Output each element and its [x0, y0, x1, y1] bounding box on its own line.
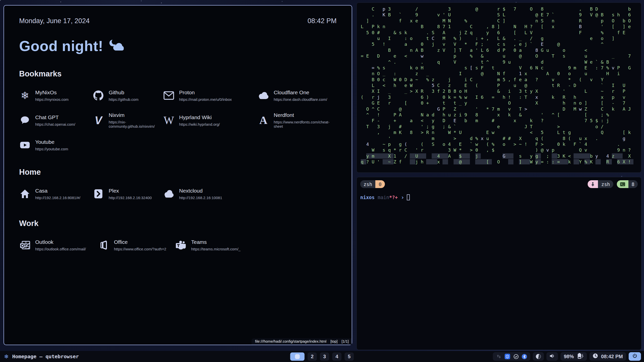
terminal-icon: >_ [617, 180, 628, 188]
waybar-right-modules: 98% 08:42 PM [493, 352, 644, 361]
bookmark-url: http://192.168.2.16:10081 [179, 196, 222, 200]
battery-module[interactable]: 98% [560, 352, 587, 361]
bookmark-teams[interactable]: Teams https://teams.microsoft.com/_ [175, 239, 337, 251]
bookmark-cloudflare-one[interactable]: Cloudflare One https://one.dash.cloudfla… [258, 89, 337, 102]
prompt-git-branch: main [378, 195, 389, 200]
moon-cloud-icon [108, 39, 124, 53]
workspace-button-3[interactable]: 3 [320, 352, 329, 361]
bookmark-name: Youtube [35, 139, 68, 145]
bookmark-name: Outlook [35, 239, 86, 245]
chat-bubble-icon [19, 115, 31, 126]
tmux-pane-count-pill: >_ 8 [617, 180, 638, 188]
power-icon [632, 353, 637, 360]
workspace-button-1[interactable] [290, 352, 305, 361]
bookmark-office[interactable]: Office https://www.office.com/?auth=2 [98, 239, 175, 251]
letter-v-icon: V [93, 115, 104, 126]
user-icon [588, 180, 598, 188]
waybar-window-title-module: ❄ Homepage — qutebrowser [0, 353, 79, 360]
sync-arrows-icon[interactable] [496, 354, 502, 359]
greeting-title: Good night! [19, 37, 103, 54]
bookmark-url: http://192.168.2.16:8081/#/ [35, 196, 80, 200]
workspace-button-5[interactable]: 5 [345, 352, 354, 361]
nixos-snowflake-icon: ❄ [19, 90, 31, 101]
tmux-statusbar: zsh 0 zsh >_ 8 [360, 180, 638, 188]
bookmark-url: https://wiki.hyprland.org/ [179, 122, 220, 126]
letter-a-icon: A [258, 115, 269, 126]
bookmark-hyprland-wiki[interactable]: W Hyprland Wiki https://wiki.hyprland.or… [163, 112, 258, 128]
bookmark-proton[interactable]: Proton https://mail.proton.me/u/0/inbox [163, 89, 258, 102]
bookmark-outlook[interactable]: Outlook https://outlook.office.com/mail/ [19, 239, 98, 251]
qutebrowser-window[interactable]: Monday, June 17, 2024 08:42 PM Good nigh… [4, 5, 352, 345]
outlook-icon [19, 239, 31, 251]
statusbar-url: file:///home/hadi/.config/startpage/inde… [255, 339, 327, 343]
bookmark-name: Github [109, 89, 138, 96]
bookmark-nextcloud[interactable]: Nextcloud http://192.168.2.16:10081 [163, 188, 337, 200]
bookmark-nixvim[interactable]: V Nixvim https://nix-community.github.io… [93, 112, 163, 128]
bookmark-name: MyNixOs [35, 89, 69, 96]
house-icon [19, 188, 31, 200]
letter-w-icon: W [163, 115, 175, 126]
bookmark-mynixos[interactable]: ❄ MyNixOs https://mynixos.com [19, 89, 93, 102]
waybar: ❄ Homepage — qutebrowser 2 3 4 5 [0, 351, 644, 362]
bookmarks-grid: ❄ MyNixOs https://mynixos.com Github htt… [19, 89, 337, 151]
bookmark-url: https://www.nerdfonts.com/cheat-sheet [274, 120, 337, 128]
bookmark-name: Cloudflare One [274, 89, 327, 96]
terminal-shell-window[interactable]: zsh 0 zsh >_ 8 nixos main *?+ › [356, 177, 641, 350]
nix-snowflake-icon: ❄ [4, 353, 9, 360]
tmux-session-user-pill: zsh [588, 180, 613, 188]
active-workspace-indicator [295, 354, 300, 359]
clock-module[interactable]: 08:42 PM [589, 352, 626, 361]
battery-charging-icon [577, 353, 584, 360]
terminal-cursor [407, 194, 410, 200]
bookmark-name: Nextcloud [179, 188, 222, 194]
bookmark-name: Hyprland Wiki [179, 114, 220, 120]
bookmark-plex[interactable]: Plex http://192.168.2.16:32400 [93, 188, 163, 200]
power-button[interactable] [629, 352, 641, 361]
plex-chevron-icon [93, 188, 104, 200]
tmux-window-name: zsh [360, 180, 375, 188]
section-title-work: Work [19, 219, 337, 228]
github-octocat-icon [93, 90, 104, 101]
workspace-label: 4 [335, 354, 338, 359]
section-title-bookmarks: Bookmarks [19, 69, 337, 78]
bookmark-youtube[interactable]: Youtube https://youtube.com [19, 139, 93, 151]
bookmark-url: https://one.dash.cloudflare.com/ [274, 97, 327, 102]
workspace-label: 5 [348, 354, 350, 359]
bookmark-url: https://teams.microsoft.com/_ [191, 247, 240, 251]
bookmark-nerdfont[interactable]: A Nerdfont https://www.nerdfonts.com/che… [258, 112, 337, 128]
clock-time: 08:42 PM [601, 354, 623, 359]
nightlight-toggle[interactable] [533, 352, 544, 361]
bookmark-github[interactable]: Github https://github.com [93, 89, 163, 102]
workspace-button-2[interactable]: 2 [308, 352, 317, 361]
tmux-pane-count: 8 [628, 180, 638, 188]
bookmark-name: Nerdfont [274, 112, 337, 118]
system-tray [493, 352, 530, 361]
tmux-window-index: 0 [375, 180, 385, 188]
bookmark-chatgpt[interactable]: Chat GPT https://chat.openai.com/ [19, 112, 93, 128]
tmux-window-tab[interactable]: zsh 0 [360, 180, 385, 188]
check-circle-icon[interactable] [513, 354, 519, 359]
bookmark-casa[interactable]: Casa http://192.168.2.16:8081/#/ [19, 188, 93, 200]
bookmark-name: Chat GPT [35, 114, 75, 120]
volume-module[interactable] [546, 352, 558, 361]
bookmark-name: Proton [179, 89, 232, 96]
office-icon [98, 239, 109, 251]
work-grid: Outlook https://outlook.office.com/mail/… [19, 239, 337, 251]
bookmark-name: Teams [191, 239, 240, 245]
clock-icon [593, 353, 598, 360]
bookmark-url: https://github.com [109, 97, 138, 102]
bookmark-url: https://mynixos.com [35, 97, 69, 102]
terminal-matrix-window[interactable]: C p 3 / 3 @ r $ 7 O 8 , B D b . K B ` 9 … [356, 3, 641, 173]
qutebrowser-statusbar: file:///home/hadi/.config/startpage/inde… [252, 338, 352, 345]
bookmark-url: https://outlook.office.com/mail/ [35, 247, 86, 251]
statusbar-scroll-position: [top] [331, 339, 338, 343]
tmux-session-user: zsh [598, 180, 613, 188]
bookmark-url: https://chat.openai.com/ [35, 122, 75, 126]
bluetooth-icon[interactable] [522, 354, 527, 359]
battery-percent: 98% [564, 354, 574, 359]
cloud-icon [163, 188, 175, 200]
prompt-git-status: *?+ [389, 195, 398, 200]
shell-prompt[interactable]: nixos main *?+ › [360, 194, 638, 201]
workspace-button-4[interactable]: 4 [332, 352, 342, 361]
bitwarden-shield-icon[interactable] [505, 354, 510, 359]
